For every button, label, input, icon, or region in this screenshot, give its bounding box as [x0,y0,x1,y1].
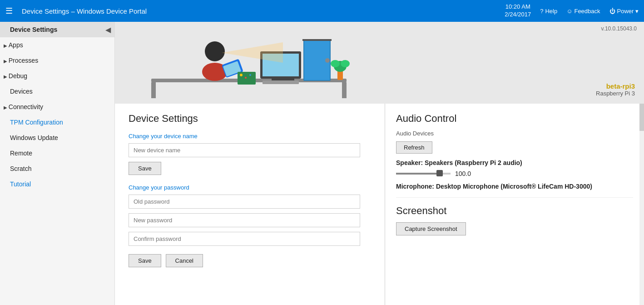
main-layout: ◀ Device Settings Apps Processes Debug D… [0,22,644,305]
date-display: 2/24/2017 [505,11,531,19]
sidebar-collapse-button[interactable]: ◀ [105,25,111,34]
svg-point-7 [205,41,225,61]
hero-device-info: beta-rpi3 Raspberry Pi 3 [596,82,635,97]
content-area: Device Settings Change your device name … [115,104,644,305]
capture-screenshot-button[interactable]: Capture Screenshot [396,222,466,235]
main-content: v.10.0.15043.0 [115,22,644,305]
new-password-input[interactable] [129,213,360,227]
svg-rect-6 [263,80,299,84]
device-name: beta-rpi3 [596,82,635,90]
refresh-button[interactable]: Refresh [396,141,432,154]
sidebar-item-processes[interactable]: Processes [0,53,114,68]
confirm-password-input[interactable] [129,232,360,246]
screenshot-title: Screenshot [396,205,633,217]
sidebar-item-scratch[interactable]: Scratch [0,161,114,176]
datetime-display: 10:20 AM 2/24/2017 [505,3,531,19]
svg-rect-1 [151,82,156,98]
volume-value: 100.0 [455,170,471,177]
change-name-label: Change your device name [129,133,371,140]
new-device-name-input[interactable] [129,143,360,157]
sidebar-item-debug[interactable]: Debug [0,68,114,84]
power-icon: ⏻ [609,8,615,15]
save-password-button[interactable]: Save [129,254,161,267]
sidebar-item-device-settings[interactable]: Device Settings [0,22,114,37]
app-title: Device Settings – Windows Device Portal [22,7,499,15]
volume-thumb[interactable] [436,170,443,176]
sidebar-item-tpm[interactable]: TPM Configuration [0,115,114,130]
volume-slider[interactable] [396,173,451,175]
sidebar-item-tutorial[interactable]: Tutorial [0,176,114,192]
change-password-label: Change your password [129,184,371,191]
device-settings-panel: Device Settings Change your device name … [115,104,385,305]
speaker-label: Speaker: Speakers (Raspberry Pi 2 audio) [396,159,633,166]
audio-devices-label: Audio Devices [396,130,633,137]
scrollbar-thumb[interactable] [639,104,644,131]
sidebar-item-devices[interactable]: Devices [0,84,114,99]
hero-illustration [115,22,644,104]
svg-rect-18 [302,39,332,41]
svg-point-12 [240,74,243,76]
device-settings-title: Device Settings [129,113,371,125]
topbar-right: 10:20 AM 2/24/2017 ? Help ☺ Feedback ⏻ P… [505,3,639,19]
menu-icon[interactable]: ☰ [5,6,13,16]
sidebar: ◀ Device Settings Apps Processes Debug D… [0,22,115,305]
old-password-input[interactable] [129,195,360,209]
audio-screenshot-panel: Audio Control Audio Devices Refresh Spea… [385,104,644,305]
power-button[interactable]: ⏻ Power ▾ [609,8,639,15]
device-model: Raspberry Pi 3 [596,90,635,97]
svg-rect-2 [342,82,347,98]
svg-point-21 [331,60,340,67]
svg-point-22 [341,60,350,67]
microphone-label: Microphone: Desktop Microphone (Microsof… [396,183,633,190]
feedback-button[interactable]: ☺ Feedback [566,8,600,15]
audio-control-title: Audio Control [396,113,633,125]
sidebar-item-connectivity[interactable]: Connectivity [0,99,114,115]
svg-point-17 [325,58,330,63]
volume-row: 100.0 [396,170,633,177]
feedback-icon: ☺ [566,8,572,15]
svg-marker-34 [222,42,283,63]
topbar: ☰ Device Settings – Windows Device Porta… [0,0,644,22]
sidebar-item-remote[interactable]: Remote [0,145,114,161]
svg-point-13 [245,77,247,79]
sidebar-item-windows-update[interactable]: Windows Update [0,130,114,145]
cancel-password-button[interactable]: Cancel [166,254,203,267]
sidebar-item-apps[interactable]: Apps [0,37,114,53]
time-display: 10:20 AM [505,3,531,11]
save-name-button[interactable]: Save [129,162,161,175]
hero-svg [124,26,351,99]
hero-banner: v.10.0.15043.0 [115,22,644,104]
svg-rect-11 [238,72,256,85]
help-icon: ? [540,8,543,15]
help-button[interactable]: ? Help [540,8,557,15]
svg-point-14 [249,74,251,76]
svg-rect-5 [272,79,294,80]
right-scrollbar[interactable] [639,104,644,305]
